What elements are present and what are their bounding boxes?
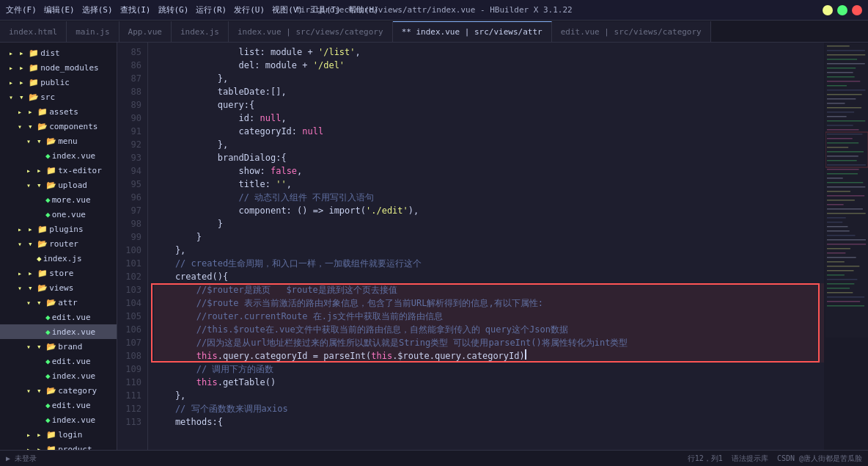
line-number-103: 103: [120, 283, 141, 296]
sidebar-item-attr-index[interactable]: ◆index.vue: [0, 324, 117, 339]
minimize-button[interactable]: [823, 5, 833, 15]
token-cmt: // created生命周期，和入口一样，一加载组件就要运行这个: [154, 257, 422, 270]
tab-index-vue-attr[interactable]: * index.vue | src/views/attr: [393, 21, 552, 42]
code-line-104: //$route 表示当前激活的路由对象信息，包含了当前URL解析得到的信息,有…: [154, 296, 824, 310]
line-number-89: 89: [120, 98, 141, 112]
sidebar-item-dist[interactable]: ▸ ▸ 📁dist: [0, 45, 117, 60]
token-plain: methods:{: [154, 415, 223, 429]
sidebar-item-brand-index[interactable]: ◆index.vue: [0, 368, 117, 383]
sidebar-item-public[interactable]: ▸ ▸ 📁public: [0, 75, 117, 90]
sidebar-item-login[interactable]: ▸ ▸ 📁login: [0, 427, 117, 442]
code-wrapper: list: module + '/list', del: module + '/…: [148, 43, 824, 450]
token-plain: tableDate:[],: [154, 85, 287, 98]
sidebar-item-tx-editor[interactable]: ▸ ▸ 📁tx-editor: [0, 163, 117, 178]
sidebar-item-category-edit[interactable]: ◆edit.vue: [0, 398, 117, 412]
sidebar-item-category-index[interactable]: ◆index.vue: [0, 412, 117, 427]
tab-index-js[interactable]: index.js: [172, 21, 229, 42]
sidebar-item-one-vue[interactable]: ◆one.vue: [0, 207, 117, 222]
code-content[interactable]: list: module + '/list', del: module + '/…: [148, 43, 824, 450]
folder-icon-dist: ▸: [6, 48, 16, 58]
line-number-92: 92: [120, 138, 141, 151]
sidebar-item-upload[interactable]: ▾ ▾ 📂upload: [0, 178, 117, 192]
token-plain: id:: [154, 112, 260, 125]
sidebar-item-product[interactable]: ▸ ▸ 📁product: [0, 442, 117, 450]
line-number-91: 91: [120, 125, 141, 138]
folder-icon-attr: ▾: [23, 297, 34, 307]
sidebar-item-plugins[interactable]: ▸ ▸ 📁plugins: [0, 222, 117, 236]
sidebar-item-src[interactable]: ▾ ▾ 📂src: [0, 90, 117, 104]
token-str: './edit': [366, 204, 408, 217]
code-line-95: title: '',: [154, 178, 824, 191]
code-line-108: this.query.categoryId = parseInt(this.$r…: [154, 349, 824, 363]
sidebar-item-menu-index[interactable]: ◆index.vue: [0, 148, 117, 163]
sidebar-item-label-brand: ▾ 📂brand: [37, 342, 82, 352]
menu-item[interactable]: 查找(I): [120, 4, 151, 15]
folder-icon-node_modules: ▸: [6, 62, 16, 73]
sidebar-item-brand[interactable]: ▾ ▾ 📂brand: [0, 339, 117, 354]
tab-main-js[interactable]: main.js: [67, 21, 119, 42]
sidebar-item-router-index[interactable]: ◆index.js: [0, 251, 117, 266]
sidebar-item-assets[interactable]: ▸ ▸ 📁assets: [0, 104, 117, 119]
vue-icon-menu-index: [32, 150, 43, 161]
sidebar-item-components[interactable]: ▾ ▾ 📂components: [0, 119, 117, 134]
menu-item[interactable]: 文件(F): [6, 4, 37, 15]
token-plain: brandDialog:{: [154, 151, 287, 164]
sidebar-item-label-product: ▸ 📁product: [37, 445, 92, 451]
token-plain: title:: [154, 178, 276, 191]
sidebar-item-label-login: ▸ 📁login: [37, 430, 82, 440]
token-plain: .getTable(): [218, 376, 276, 389]
tab-index-vue-category[interactable]: index.vue | src/views/category: [229, 21, 393, 42]
token-str: '/del': [313, 59, 345, 72]
sidebar-item-more-vue[interactable]: ◆more.vue: [0, 192, 117, 207]
line-number-101: 101: [120, 257, 141, 270]
code-line-113: methods:{: [154, 415, 824, 429]
token-plain: }: [154, 217, 223, 230]
line-number-110: 110: [120, 376, 141, 389]
window-controls[interactable]: [823, 5, 862, 15]
folder-icon-menu: ▾: [23, 136, 34, 146]
token-plain: },: [154, 138, 228, 151]
sidebar-item-attr-edit[interactable]: ◆edit.vue: [0, 310, 117, 324]
token-cmt: //$route 表示当前激活的路由对象信息，包含了当前URL解析得到的信息,有…: [154, 296, 543, 310]
sidebar-item-label-src: ▾ 📂src: [19, 92, 55, 102]
line-number-87: 87: [120, 72, 141, 85]
sidebar-item-category[interactable]: ▾ ▾ 📂category: [0, 383, 117, 398]
vue-icon-brand-edit: [32, 356, 43, 366]
status-left-item: ▶ 未登录: [6, 454, 37, 464]
token-plain: created(){: [154, 270, 228, 283]
sidebar-item-menu[interactable]: ▾ ▾ 📂menu: [0, 134, 117, 148]
tab-edit-vue-category[interactable]: edit.vue | src/views/category: [552, 21, 711, 42]
code-line-102: created(){: [154, 270, 824, 283]
menu-item[interactable]: 跳转(G): [158, 4, 189, 15]
sidebar-item-store[interactable]: ▸ ▸ 📁store: [0, 266, 117, 280]
token-plain: ,: [356, 45, 361, 59]
sidebar-item-node_modules[interactable]: ▸ ▸ 📁node_modules: [0, 60, 117, 75]
menu-item[interactable]: 选择(S): [82, 4, 113, 15]
token-this-kw: this: [154, 349, 218, 363]
code-line-99: }: [154, 230, 824, 244]
vue-icon-one-vue: [32, 209, 43, 219]
sidebar-item-views[interactable]: ▾ ▾ 📂views: [0, 280, 117, 295]
sidebar-item-label-public: ▸ 📁public: [19, 78, 70, 87]
close-button[interactable]: [852, 5, 862, 15]
sidebar-item-router[interactable]: ▾ ▾ 📂router: [0, 236, 117, 251]
line-number-97: 97: [120, 204, 141, 217]
menu-item[interactable]: 发行(U): [234, 4, 265, 15]
tab-app-vue[interactable]: App.vue: [119, 21, 172, 42]
token-plain: },: [154, 244, 185, 257]
sidebar-item-attr[interactable]: ▾ ▾ 📂attr: [0, 295, 117, 310]
token-plain: ,: [287, 178, 292, 191]
folder-icon-tx-editor: ▸: [23, 165, 34, 175]
status-bar-right: 行12，列1语法提示库CSDN @唐人街都是苦瓜脸: [688, 454, 862, 464]
menu-item[interactable]: 编辑(E): [44, 4, 75, 15]
sidebar-item-brand-edit[interactable]: ◆edit.vue: [0, 354, 117, 368]
sidebar-item-label-menu: ▾ 📂menu: [37, 136, 78, 146]
code-line-97: component: () => import('./edit'),: [154, 204, 824, 217]
vue-icon-category-index: [32, 415, 43, 425]
menu-item[interactable]: 运行(R): [196, 4, 227, 15]
sidebar-item-label-node_modules: ▸ 📁node_modules: [19, 63, 99, 73]
token-cmt: // 写个函数数来调用axios: [154, 402, 288, 415]
maximize-button[interactable]: [837, 5, 847, 15]
line-number-108: 108: [120, 349, 141, 363]
tab-index-html[interactable]: index.html: [0, 21, 67, 42]
